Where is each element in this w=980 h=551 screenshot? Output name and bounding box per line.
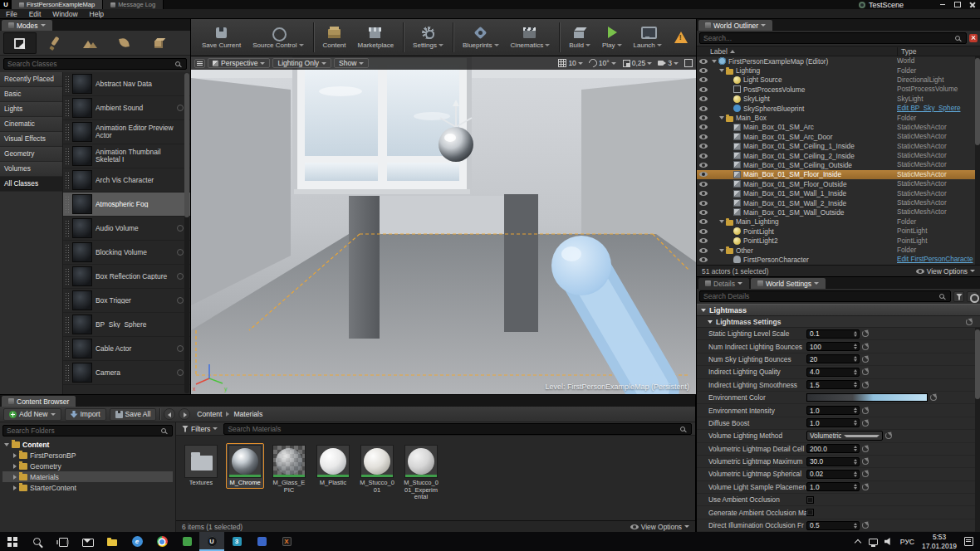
category-item[interactable]: Volumes: [0, 162, 62, 177]
folder-tree-row[interactable]: Content: [2, 439, 173, 450]
outliner-row[interactable]: Main_Box_01_SM_Ceiling_1_Inside StaticMe…: [697, 142, 980, 151]
category-item[interactable]: Lights: [0, 102, 62, 117]
details-scrollbar[interactable]: [975, 328, 980, 532]
window-tab[interactable]: FirstPersonExampleMap: [12, 0, 103, 9]
reset-to-default-icon[interactable]: [862, 420, 869, 427]
reset-to-default-icon[interactable]: [966, 319, 973, 325]
column-header-label[interactable]: Label: [710, 47, 728, 56]
placeable-actor-item[interactable]: Box Reflection Capture: [63, 265, 190, 289]
dropdown-select[interactable]: Volumetric Lightmap: [806, 431, 883, 441]
expand-caret-icon[interactable]: [719, 220, 724, 223]
taskbar-app-button[interactable]: [50, 532, 75, 551]
outliner-row[interactable]: Main_Box_01_SM_Floor_Outside StaticMeshA…: [697, 179, 980, 188]
spinner-arrows-icon[interactable]: [852, 459, 858, 465]
outliner-row[interactable]: SkyLight SkyLight: [697, 95, 980, 104]
asset-tile[interactable]: M_Stucco_001_Experimental: [402, 443, 440, 503]
visibility-eye-icon[interactable]: [699, 201, 708, 206]
checkbox[interactable]: [806, 509, 814, 516]
spinner-arrows-icon[interactable]: [852, 523, 858, 529]
expand-caret-icon[interactable]: [13, 485, 17, 490]
asset-tile[interactable]: M_Glass_EPIC: [270, 443, 308, 495]
numeric-input[interactable]: 30.0: [806, 457, 860, 466]
outliner-row[interactable]: SkySphereBlueprint Edit BP_Sky_Sphere: [697, 104, 980, 113]
spinner-arrows-icon[interactable]: [852, 331, 858, 337]
visibility-eye-icon[interactable]: [699, 210, 708, 215]
outliner-row[interactable]: Main_Box_01_SM_Ceiling_Outside StaticMes…: [697, 160, 980, 169]
search-folders-input[interactable]: [3, 427, 161, 435]
drag-grip-icon[interactable]: [65, 76, 69, 92]
category-item[interactable]: All Classes: [0, 177, 62, 192]
lightmass-settings-subheader[interactable]: Lightmass Settings: [697, 316, 980, 328]
visibility-eye-icon[interactable]: [699, 87, 708, 92]
drag-grip-icon[interactable]: [65, 268, 69, 285]
reset-to-default-icon[interactable]: [885, 432, 892, 439]
breadcrumb-item[interactable]: Content: [197, 410, 222, 418]
visibility-eye-icon[interactable]: [699, 77, 708, 82]
viewport-options-button[interactable]: [194, 59, 205, 68]
taskbar-app-button[interactable]: X: [274, 532, 299, 551]
category-item[interactable]: Basic: [0, 87, 62, 102]
clock[interactable]: 5:53 17.01.2019: [922, 533, 957, 549]
filters-button[interactable]: Filters: [179, 425, 220, 433]
reset-to-default-icon[interactable]: [862, 407, 869, 414]
lightmass-section-header[interactable]: Lightmass: [697, 304, 980, 316]
numeric-input[interactable]: 0.1: [806, 329, 860, 339]
outliner-row[interactable]: Main_Box Folder: [697, 113, 980, 122]
action-center-icon[interactable]: [964, 537, 973, 546]
expand-caret-icon[interactable]: [712, 60, 717, 63]
drag-grip-icon[interactable]: [65, 340, 69, 357]
tab-content-browser[interactable]: Content Browser: [2, 396, 76, 407]
viewport-mode-button[interactable]: Perspective: [208, 58, 270, 68]
outliner-row[interactable]: PostProcessVolume PostProcessVolume: [697, 85, 980, 94]
filter-icon[interactable]: [953, 291, 964, 302]
numeric-input[interactable]: 0.02: [806, 470, 860, 479]
column-header-type[interactable]: Type: [897, 47, 980, 56]
placeable-actor-item[interactable]: Camera: [63, 361, 190, 385]
numeric-input[interactable]: 0.5: [806, 521, 860, 530]
gear-icon[interactable]: [967, 291, 978, 302]
reset-to-default-icon[interactable]: [862, 368, 869, 375]
forward-button[interactable]: [179, 408, 190, 420]
view-options-button[interactable]: View Options: [630, 523, 689, 531]
spinner-arrows-icon[interactable]: [852, 344, 858, 349]
numeric-input[interactable]: 100: [806, 342, 860, 351]
toolbar-button[interactable]: Build: [563, 20, 596, 55]
visibility-eye-icon[interactable]: [699, 219, 708, 224]
placeable-actor-item[interactable]: Ambient Sound: [63, 96, 190, 120]
drag-grip-icon[interactable]: [65, 124, 69, 140]
placeable-actor-item[interactable]: Animation Editor Preview Actor: [63, 120, 190, 144]
expand-caret-icon[interactable]: [719, 69, 724, 72]
toolbar-button[interactable]: Content: [317, 20, 352, 55]
tab-world-outliner[interactable]: World Outliner: [698, 20, 772, 31]
drag-grip-icon[interactable]: [65, 364, 69, 381]
toolbar-button[interactable]: Launch: [628, 20, 668, 55]
color-swatch[interactable]: [806, 393, 928, 402]
search-classes-input[interactable]: [4, 60, 175, 68]
visibility-eye-icon[interactable]: [699, 229, 708, 234]
reset-to-default-icon[interactable]: [862, 330, 869, 337]
outliner-row[interactable]: FirstPersonExampleMap (Editor) World: [697, 56, 980, 66]
placeable-actor-item[interactable]: Box Trigger: [63, 289, 190, 313]
placeable-actor-item[interactable]: Atmospheric Fog: [63, 193, 190, 217]
reset-to-default-icon[interactable]: [862, 484, 869, 490]
outliner-row[interactable]: Main_Box_01_SM_Arc StaticMeshActor: [697, 123, 980, 132]
viewport-mode-button[interactable]: Lighting Only: [272, 58, 331, 68]
category-item[interactable]: Cinematic: [0, 117, 62, 132]
taskbar-app-button[interactable]: [75, 532, 100, 551]
menu-item[interactable]: Help: [84, 10, 110, 18]
placeable-actor-item[interactable]: Audio Volume: [63, 217, 190, 241]
reset-to-default-icon[interactable]: [862, 356, 869, 363]
actor-list-scrollbar[interactable]: [184, 73, 189, 393]
outliner-row[interactable]: Main_Box_01_SM_Floor_Inside StaticMeshAc…: [697, 170, 980, 179]
drag-grip-icon[interactable]: [65, 100, 69, 116]
snap-control[interactable]: 0,25: [622, 59, 653, 67]
asset-tile[interactable]: M_Plastic: [314, 443, 352, 489]
category-item[interactable]: Recently Placed: [0, 72, 62, 87]
viewport[interactable]: x y Perspective Lighting Only: [191, 56, 696, 394]
expand-caret-icon[interactable]: [4, 443, 9, 446]
search-assets-input[interactable]: [224, 425, 680, 433]
taskbar-app-button[interactable]: 3: [224, 532, 249, 551]
viewport-mode-button[interactable]: Show: [334, 58, 369, 68]
asset-tile[interactable]: Textures: [182, 443, 220, 489]
outliner-row[interactable]: Main_Box_01_SM_Arc_Door StaticMeshActor: [697, 132, 980, 141]
